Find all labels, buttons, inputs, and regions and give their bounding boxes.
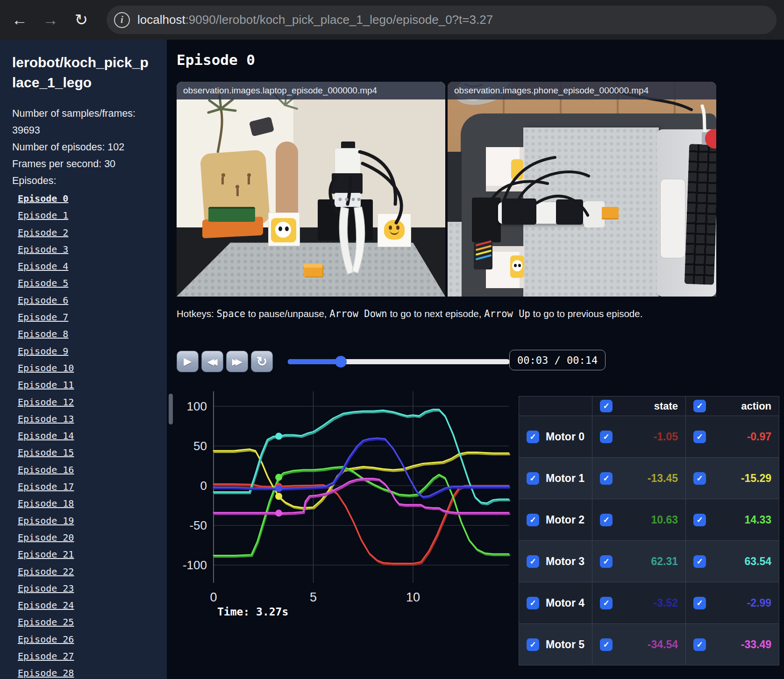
checkbox-motor-1-action[interactable]: ✓ [693,472,706,485]
checkbox-motor-1-state[interactable]: ✓ [600,472,613,485]
checkbox-motor-2[interactable]: ✓ [527,514,539,526]
video-laptop[interactable]: observation.images.laptop_episode_000000… [177,82,445,297]
episode-link-3[interactable]: Episode 3 [18,241,74,258]
page-info-icon[interactable]: i [114,12,130,28]
hotkey-text: to pause/unpause, [245,308,329,319]
episode-link-25[interactable]: Episode 25 [18,614,74,630]
motor-chart[interactable]: 100500-50-1000510 [176,369,517,623]
video-frame-laptop [177,82,445,297]
scrollbar-thumb[interactable] [169,394,173,424]
checkbox-motor-2-action[interactable]: ✓ [693,514,706,526]
checkbox-motor-0-state[interactable]: ✓ [600,431,613,443]
motor-chart-svg: 100500-50-1000510 [176,369,517,623]
robot-motor [332,173,363,194]
episode-link-14[interactable]: Episode 14 [18,427,74,444]
checkbox-motor-3-state[interactable]: ✓ [600,555,613,568]
checkbox-motor-1[interactable]: ✓ [527,472,539,485]
episode-link-26[interactable]: Episode 26 [18,631,74,648]
motor-label: Motor 0 [546,431,584,443]
seek-slider[interactable] [288,359,510,364]
svg-text:-100: -100 [183,558,207,572]
motor-0-state-value: -1.05 [654,431,678,443]
loop-icon: ↻ [257,354,267,369]
hotkeys-help: Hotkeys: Space to pause/unpause, Arrow D… [177,308,642,319]
arm-motor-2 [556,199,583,225]
checkbox-motor-0[interactable]: ✓ [527,431,539,443]
panda-eye-left [278,226,282,231]
checkbox-motor-4[interactable]: ✓ [527,597,539,609]
episode-link-19[interactable]: Episode 19 [18,512,74,529]
episode-link-9[interactable]: Episode 9 [18,343,74,360]
checkbox-motor-3-action[interactable]: ✓ [693,555,706,568]
forward-icon[interactable]: → [39,8,62,31]
lego-brick-held [602,207,619,218]
chart-time-label: Time: 3.27s [217,606,288,618]
episode-link-21[interactable]: Episode 21 [18,546,74,563]
stat-episodes: Number of episodes: 102 [12,139,153,156]
svg-text:10: 10 [406,590,420,604]
episode-link-15[interactable]: Episode 15 [18,444,74,461]
episode-link-2[interactable]: Episode 2 [18,224,74,241]
checkbox-motor-5-state[interactable]: ✓ [600,638,613,651]
video-phone[interactable]: observation.images.phone_episode_000000.… [448,82,716,297]
panda-eye-b1 [514,264,517,267]
hotkey-key: Arrow Down [329,308,387,319]
checkbox-all-action[interactable]: ✓ [693,400,706,412]
episode-link-4[interactable]: Episode 4 [18,258,74,275]
episode-link-11[interactable]: Episode 11 [18,376,74,393]
hotkey-key: Space [216,308,245,319]
checkbox-motor-0-action[interactable]: ✓ [693,431,706,443]
episode-link-16[interactable]: Episode 16 [18,461,74,478]
episode-link-5[interactable]: Episode 5 [18,275,74,291]
motor-label: Motor 5 [546,638,584,651]
url-path: :9090/lerobot/koch_pick_place_1_lego/epi… [185,13,493,27]
checkbox-motor-3[interactable]: ✓ [527,555,539,568]
motor-5-action-value: -33.49 [741,638,771,651]
checkbox-all-state[interactable]: ✓ [600,400,613,412]
episode-link-6[interactable]: Episode 6 [18,292,74,309]
episode-link-17[interactable]: Episode 17 [18,478,74,495]
checkbox-motor-5[interactable]: ✓ [527,638,539,651]
rewind-icon: ◀◀ [207,356,214,367]
dataset-stats: Number of samples/frames: 39693 Number o… [12,105,153,189]
episode-link-12[interactable]: Episode 12 [18,394,74,410]
svg-text:50: 50 [193,439,207,453]
episode-link-20[interactable]: Episode 20 [18,529,74,546]
arm-electronics [474,242,492,269]
episode-link-10[interactable]: Episode 10 [18,360,74,376]
episode-link-0[interactable]: Episode 0 [18,190,74,207]
hotkey-text: to go to next episode, [387,308,484,319]
episode-link-1[interactable]: Episode 1 [18,207,74,224]
fast-forward-icon: ▶▶ [232,356,239,367]
url-text[interactable]: localhost:9090/lerobot/koch_pick_place_1… [137,13,493,27]
address-bar[interactable]: i localhost:9090/lerobot/koch_pick_place… [107,6,777,34]
back-icon[interactable]: ← [8,8,31,31]
motor-label: Motor 2 [546,514,584,526]
seek-slider-thumb[interactable] [335,356,347,368]
current-time-marker-4 [275,485,282,492]
episode-link-7[interactable]: Episode 7 [18,309,74,325]
episode-link-22[interactable]: Episode 22 [18,563,74,580]
side-baseplate [448,222,462,297]
checkbox-motor-2-state[interactable]: ✓ [600,514,613,526]
reload-icon[interactable]: ↻ [70,8,93,31]
episode-link-23[interactable]: Episode 23 [18,580,74,597]
checkbox-motor-4-state[interactable]: ✓ [600,597,613,609]
stat-fps: Frames per second: 30 [12,156,153,172]
svg-text:100: 100 [187,399,207,413]
column-header-state: state [654,400,678,412]
episode-link-13[interactable]: Episode 13 [18,410,74,427]
series-action-5 [214,479,509,513]
hotkey-text: to go to previous episode. [530,308,642,319]
series-action-0 [214,484,509,564]
episode-link-24[interactable]: Episode 24 [18,597,74,614]
episode-link-27[interactable]: Episode 27 [18,648,74,665]
robot-top-module [335,148,361,174]
episode-link-8[interactable]: Episode 8 [18,325,74,342]
episode-link-28[interactable]: Episode 28 [18,665,74,679]
arm-motor-1 [502,198,536,225]
episode-link-18[interactable]: Episode 18 [18,495,74,512]
checkbox-motor-5-action[interactable]: ✓ [693,638,706,651]
checkbox-motor-4-action[interactable]: ✓ [693,597,706,609]
page-title: Episode 0 [177,51,255,68]
